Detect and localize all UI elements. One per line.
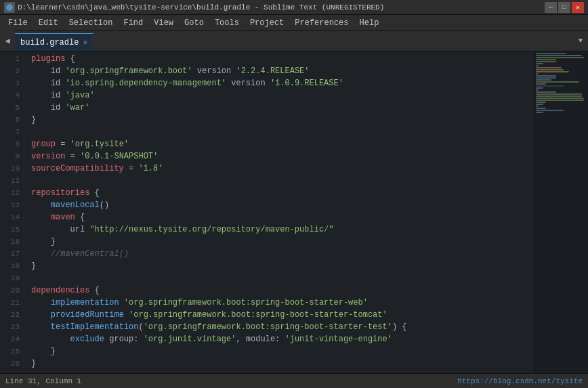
- line-num-4: 4: [0, 89, 24, 102]
- line-num-8: 8: [0, 138, 24, 150]
- line-num-13: 13: [0, 199, 24, 211]
- code-area[interactable]: plugins { id 'org.springframework.boot' …: [24, 51, 534, 373]
- code-line-12: repositories {: [31, 187, 534, 199]
- code-line-16: }: [31, 236, 534, 248]
- code-line-1: plugins {: [31, 53, 534, 65]
- menu-file[interactable]: File: [3, 15, 33, 30]
- menu-preferences[interactable]: Preferences: [289, 15, 354, 30]
- line-num-25: 25: [0, 345, 24, 358]
- cursor-position: Line 31, Column 1: [5, 377, 81, 385]
- code-line-11: [31, 175, 534, 187]
- line-num-3: 3: [0, 77, 24, 89]
- code-line-25: }: [31, 345, 534, 358]
- code-line-24: exclude group: 'org.junit.vintage', modu…: [31, 333, 534, 345]
- menu-find[interactable]: Find: [118, 15, 148, 30]
- code-line-15: url "http://nexus.tysite.org/repository/…: [31, 223, 534, 236]
- code-line-17: //mavenCentral(): [31, 248, 534, 260]
- window-title: D:\learner\csdn\java_web\tysite-service\…: [18, 3, 384, 12]
- line-num-6: 6: [0, 114, 24, 126]
- code-line-8: group = 'org.tysite': [31, 138, 534, 150]
- line-numbers: 1 2 3 4 5 6 7 8 9 10 11 12 13 14 15 16 1…: [0, 51, 24, 373]
- code-line-6: }: [31, 114, 534, 126]
- tab-bar: ◀ build.gradle ✕ ▼: [0, 31, 588, 51]
- menu-edit[interactable]: Edit: [33, 15, 64, 30]
- minimize-button[interactable]: —: [545, 2, 557, 13]
- code-line-2: id 'org.springframework.boot' version '2…: [31, 65, 534, 77]
- window-controls: — □ ✕: [545, 2, 584, 13]
- code-line-20: dependencies {: [31, 284, 534, 297]
- svg-point-0: [6, 4, 13, 11]
- line-num-14: 14: [0, 211, 24, 223]
- line-num-24: 24: [0, 333, 24, 345]
- menu-help[interactable]: Help: [354, 15, 385, 30]
- line-num-18: 18: [0, 260, 24, 272]
- tab-close-button[interactable]: ✕: [83, 38, 87, 47]
- code-line-18: }: [31, 260, 534, 272]
- code-line-23: testImplementation('org.springframework.…: [31, 321, 534, 333]
- line-num-9: 9: [0, 150, 24, 163]
- code-line-27: [31, 370, 534, 373]
- minimap-content: [534, 51, 588, 115]
- menu-tools[interactable]: Tools: [209, 15, 245, 30]
- line-num-12: 12: [0, 187, 24, 199]
- code-line-26: }: [31, 358, 534, 370]
- line-num-7: 7: [0, 126, 24, 138]
- code-line-3: id 'io.spring.dependency-management' ver…: [31, 77, 534, 89]
- status-bar: Line 31, Column 1 https://blog.csdn.net/…: [0, 373, 588, 388]
- tab-build-gradle[interactable]: build.gradle ✕: [15, 33, 93, 51]
- code-line-19: [31, 272, 534, 284]
- line-num-16: 16: [0, 236, 24, 248]
- tab-dropdown-button[interactable]: ▼: [573, 30, 588, 51]
- code-line-7: [31, 126, 534, 138]
- code-line-22: providedRuntime 'org.springframework.boo…: [31, 309, 534, 321]
- menu-bar: File Edit Selection Find View Goto Tools…: [0, 15, 588, 31]
- status-right-text: https://blog.csdn.net/tysite: [457, 377, 583, 385]
- line-num-22: 22: [0, 309, 24, 321]
- line-num-19: 19: [0, 272, 24, 284]
- editor-main: 1 2 3 4 5 6 7 8 9 10 11 12 13 14 15 16 1…: [0, 51, 588, 373]
- tab-nav-left[interactable]: ◀: [0, 30, 15, 51]
- line-num-5: 5: [0, 102, 24, 114]
- line-num-17: 17: [0, 248, 24, 260]
- line-num-26: 26: [0, 358, 24, 370]
- title-bar: D:\learner\csdn\java_web\tysite-service\…: [0, 0, 588, 15]
- code-line-9: version = '0.0.1-SNAPSHOT': [31, 150, 534, 163]
- menu-goto[interactable]: Goto: [179, 15, 209, 30]
- line-num-10: 10: [0, 163, 24, 175]
- code-line-14: maven {: [31, 211, 534, 223]
- line-num-20: 20: [0, 284, 24, 297]
- menu-selection[interactable]: Selection: [64, 15, 119, 30]
- line-num-1: 1: [0, 53, 24, 65]
- menu-project[interactable]: Project: [245, 15, 289, 30]
- line-num-21: 21: [0, 297, 24, 309]
- line-num-15: 15: [0, 223, 24, 236]
- menu-view[interactable]: View: [148, 15, 179, 30]
- code-line-5: id 'war': [31, 102, 534, 114]
- minimap[interactable]: [534, 51, 588, 373]
- tab-label: build.gradle: [20, 38, 79, 47]
- code-line-21: implementation 'org.springframework.boot…: [31, 297, 534, 309]
- line-num-2: 2: [0, 65, 24, 77]
- blog-link[interactable]: https://blog.csdn.net/tysite: [457, 377, 583, 385]
- code-line-13: mavenLocal(): [31, 199, 534, 211]
- line-num-11: 11: [0, 175, 24, 187]
- line-num-23: 23: [0, 321, 24, 333]
- app-icon: [4, 2, 15, 13]
- close-button[interactable]: ✕: [572, 2, 584, 13]
- code-line-10: sourceCompatibility = '1.8': [31, 163, 534, 175]
- code-line-4: id 'java': [31, 89, 534, 102]
- maximize-button[interactable]: □: [558, 2, 570, 13]
